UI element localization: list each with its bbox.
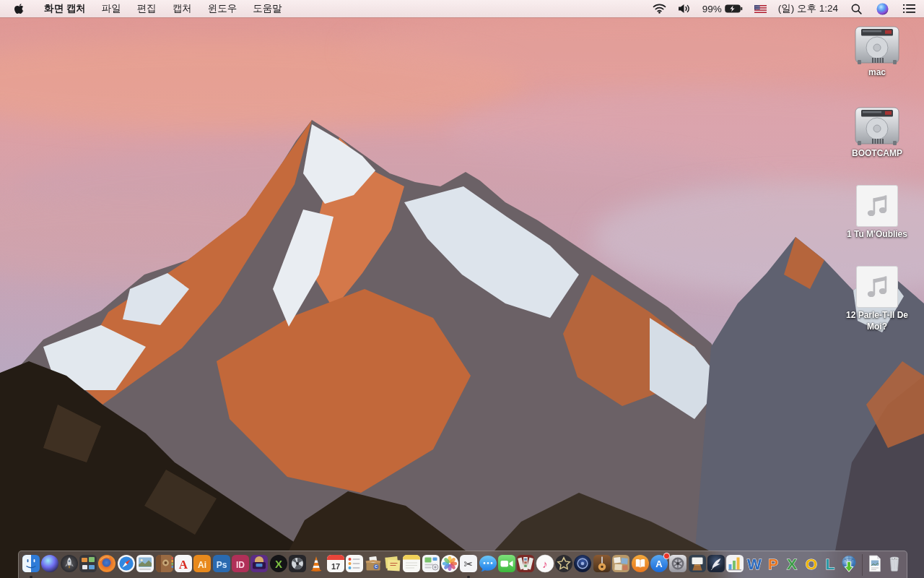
- chat-bubble-icon: [479, 554, 497, 573]
- siri-menu[interactable]: [869, 0, 896, 17]
- dock-item-disk-tool[interactable]: [288, 554, 307, 577]
- dock-item-notes[interactable]: [402, 554, 421, 577]
- mission-control-icon: [79, 554, 97, 573]
- dock-item-documents-app[interactable]: [422, 554, 440, 577]
- music-note-circle-icon: ♪: [536, 554, 554, 573]
- dock-item-microsoft-word[interactable]: W: [745, 554, 764, 577]
- dock-item-x-media-app[interactable]: X: [269, 554, 288, 577]
- dock-item-siri[interactable]: [40, 554, 59, 577]
- app-menu-name[interactable]: 화면 캡처: [36, 0, 94, 17]
- dock-item-trash-full[interactable]: [885, 554, 904, 577]
- svg-text:P: P: [768, 556, 778, 572]
- input-language-menu[interactable]: [749, 0, 772, 17]
- dock-item-numbers[interactable]: [725, 554, 744, 577]
- spotlight-menu[interactable]: [844, 0, 869, 17]
- desktop-icon-music-2[interactable]: 12 Parle-T-Il De Moi?: [840, 266, 915, 332]
- wifi-menu[interactable]: [647, 0, 672, 17]
- dock-item-ibooks[interactable]: [631, 554, 650, 577]
- dock-item-pages[interactable]: [707, 554, 725, 577]
- documents-chart-icon: [422, 554, 440, 573]
- desktop-icon-label: 12 Parle-T-Il De Moi?: [840, 310, 915, 332]
- dock-item-photoshop[interactable]: Ps: [212, 554, 231, 577]
- guitar-icon: [593, 554, 611, 573]
- office-letter-icon: O: [802, 554, 821, 573]
- dock-item-facetime[interactable]: [497, 554, 516, 577]
- dock-item-preview[interactable]: [136, 554, 154, 577]
- dvd-disc-icon: [573, 554, 592, 573]
- dock-item-stickies[interactable]: [383, 554, 402, 577]
- clock-menu[interactable]: (일) 오후 1:24: [772, 0, 844, 17]
- dock-item-safari[interactable]: [117, 554, 136, 577]
- battery-percent: 99%: [702, 4, 722, 14]
- desktop-wallpaper: [0, 0, 924, 578]
- dock-item-photo-booth[interactable]: [516, 554, 535, 577]
- menu-help[interactable]: 도움말: [245, 0, 290, 17]
- firefox-icon: [97, 554, 116, 573]
- menu-edit[interactable]: 편집: [129, 0, 165, 17]
- dock-item-toast-titanium[interactable]: [250, 554, 269, 577]
- green-x-circle-icon: X: [269, 554, 288, 573]
- dock-item-acrobat-reader[interactable]: A: [174, 554, 193, 577]
- photo-strips-icon: [516, 554, 535, 573]
- collage-board-icon: [611, 554, 630, 573]
- dock-item-screen-capture-grab[interactable]: ✂: [459, 554, 478, 577]
- dock-separator: [859, 554, 866, 576]
- menu-bar: 화면 캡처 파일 편집 캡처 윈도우 도움말: [0, 0, 924, 17]
- office-letter-icon: P: [764, 554, 783, 573]
- office-letter-icon: L: [821, 554, 840, 573]
- notification-center-menu[interactable]: [896, 0, 924, 17]
- dock-item-garageband[interactable]: [593, 554, 611, 577]
- battery-menu[interactable]: 99%: [697, 0, 749, 17]
- acrobat-a-icon: A: [174, 554, 193, 573]
- dock-item-illustrator[interactable]: Ai: [193, 554, 212, 577]
- dock-item-indesign[interactable]: ID: [231, 554, 250, 577]
- scissors-icon: ✂: [459, 554, 478, 573]
- dock-item-imovie[interactable]: [554, 554, 573, 577]
- svg-text:ID: ID: [236, 560, 245, 570]
- svg-text:A: A: [179, 558, 188, 571]
- dock-item-mission-control[interactable]: [79, 554, 97, 577]
- menu-window[interactable]: 윈도우: [200, 0, 245, 17]
- hard-drive-icon: [840, 107, 915, 146]
- dock-item-app-store[interactable]: A: [650, 554, 668, 577]
- dock-item-reminders[interactable]: [345, 554, 364, 577]
- dock-item-scrapbook-app[interactable]: [611, 554, 630, 577]
- dock-item-microsoft-lync[interactable]: L: [821, 554, 840, 577]
- apple-menu[interactable]: [0, 0, 36, 17]
- volume-icon: [678, 4, 691, 14]
- dock-item-vlc[interactable]: [307, 554, 326, 577]
- desktop-icon-label: BOOTCAMP: [840, 148, 915, 160]
- dock-item-microsoft-outlook[interactable]: O: [802, 554, 821, 577]
- svg-text:X: X: [275, 558, 282, 570]
- volume-menu[interactable]: [672, 0, 697, 17]
- dock-item-idvd[interactable]: [573, 554, 592, 577]
- desktop-icon-bootcamp[interactable]: BOOTCAMP: [840, 107, 915, 160]
- svg-text:O: O: [806, 556, 817, 572]
- us-flag-icon: [754, 5, 767, 13]
- dock-item-calendar[interactable]: 17: [326, 554, 345, 577]
- menu-capture[interactable]: 캡처: [165, 0, 200, 17]
- dock-item-microsoft-powerpoint[interactable]: P: [764, 554, 783, 577]
- dock-item-system-preferences[interactable]: [668, 554, 687, 577]
- desktop-icon-music-1[interactable]: 1 Tu M'Oublies: [840, 185, 915, 241]
- dock-item-download-manager[interactable]: [840, 554, 858, 577]
- menu-file[interactable]: 파일: [94, 0, 129, 17]
- dock-item-itunes[interactable]: ♪: [536, 554, 554, 577]
- adobe-tile-icon: Ps: [212, 554, 231, 573]
- dock-item-finder[interactable]: [22, 554, 40, 577]
- dock-item-launchpad[interactable]: [60, 554, 79, 577]
- gear-wheel-icon: [668, 554, 687, 573]
- dock-item-photos[interactable]: [440, 554, 459, 577]
- dock-item-archive-box-app[interactable]: C: [364, 554, 383, 577]
- dock-item-contacts[interactable]: [155, 554, 174, 577]
- globe-download-icon: [840, 554, 858, 573]
- dock-item-document-file[interactable]: [866, 554, 884, 577]
- dock-item-keynote[interactable]: [688, 554, 707, 577]
- dock-item-firefox[interactable]: [97, 554, 116, 577]
- dock-item-messages[interactable]: [479, 554, 497, 577]
- desktop-icon-mac[interactable]: mac: [840, 26, 915, 79]
- disk-fan-icon: [288, 554, 307, 573]
- dock-item-microsoft-excel[interactable]: X: [783, 554, 801, 577]
- photos-pinwheel-icon: [440, 554, 459, 573]
- svg-text:Ps: Ps: [216, 560, 227, 570]
